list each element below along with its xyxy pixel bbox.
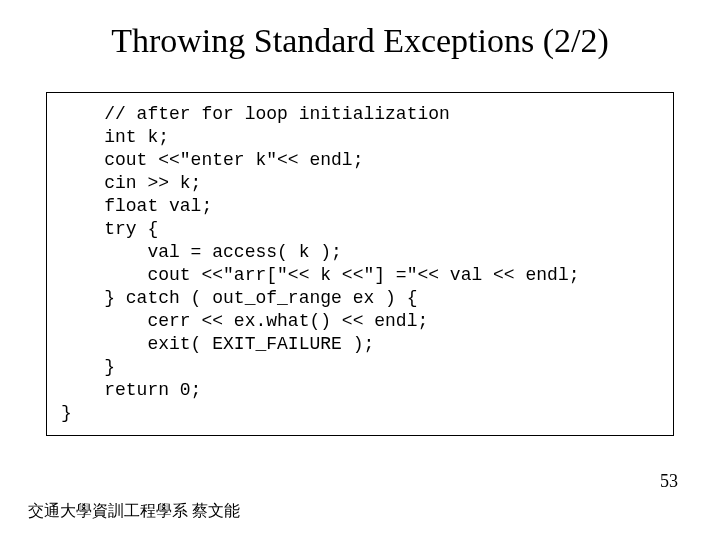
slide: Throwing Standard Exceptions (2/2) // af… <box>0 0 720 540</box>
code-line: // after for loop initialization <box>61 104 450 124</box>
code-line: cout <<"arr["<< k <<"] ="<< val << endl; <box>61 265 579 285</box>
code-line: } <box>61 403 72 423</box>
code-line: } catch ( out_of_range ex ) { <box>61 288 417 308</box>
code-block: // after for loop initialization int k; … <box>46 92 674 436</box>
code-line: cerr << ex.what() << endl; <box>61 311 428 331</box>
footer-text: 交通大學資訓工程學系 蔡文能 <box>28 501 240 522</box>
slide-title: Throwing Standard Exceptions (2/2) <box>0 22 720 60</box>
code-line: try { <box>61 219 158 239</box>
code-line: cout <<"enter k"<< endl; <box>61 150 363 170</box>
code-line: return 0; <box>61 380 201 400</box>
page-number: 53 <box>660 471 678 492</box>
code-line: int k; <box>61 127 169 147</box>
code-line: cin >> k; <box>61 173 201 193</box>
code-line: val = access( k ); <box>61 242 342 262</box>
code-line: float val; <box>61 196 212 216</box>
code-line: } <box>61 357 115 377</box>
code-line: exit( EXIT_FAILURE ); <box>61 334 374 354</box>
